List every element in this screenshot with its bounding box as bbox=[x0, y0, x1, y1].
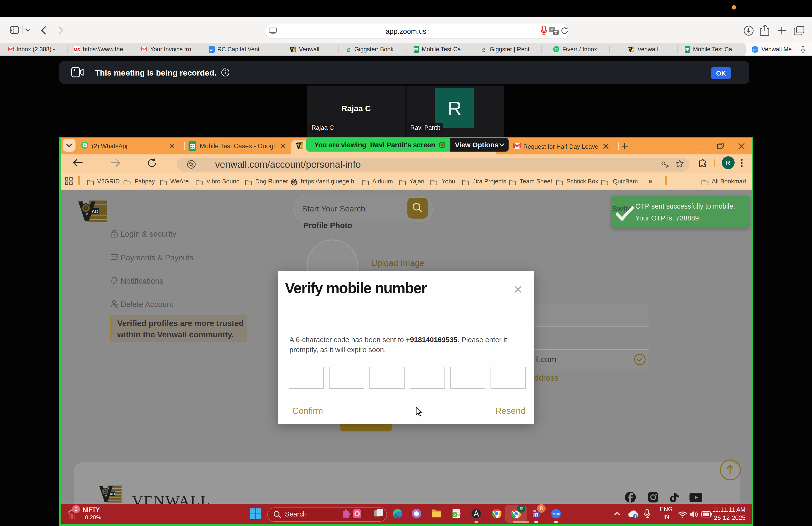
svg-text:g: g bbox=[482, 46, 485, 52]
svg-text:zm: zm bbox=[753, 47, 757, 51]
svg-text:MS: MS bbox=[74, 47, 80, 52]
svg-text:g: g bbox=[347, 46, 350, 52]
svg-text:fi: fi bbox=[555, 47, 558, 52]
svg-text:文: 文 bbox=[554, 30, 558, 34]
svg-text:T: T bbox=[535, 513, 537, 516]
svg-text:i: i bbox=[635, 515, 636, 518]
svg-text:zoom: zoom bbox=[552, 512, 560, 515]
